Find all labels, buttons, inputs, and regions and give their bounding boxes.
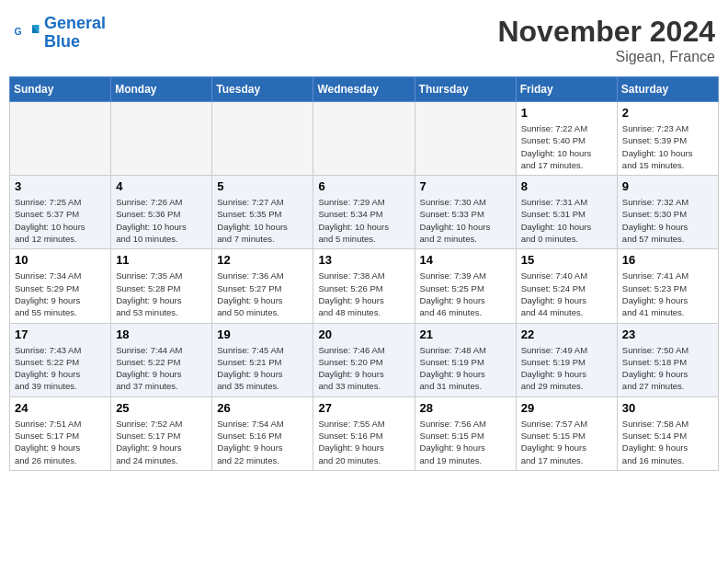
day-number: 17 — [15, 327, 106, 341]
day-info: Sunrise: 7:35 AM Sunset: 5:28 PM Dayligh… — [116, 270, 207, 318]
day-info: Sunrise: 7:58 AM Sunset: 5:14 PM Dayligh… — [622, 418, 713, 466]
day-info: Sunrise: 7:44 AM Sunset: 5:22 PM Dayligh… — [116, 344, 207, 393]
month-title: November 2024 — [497, 15, 715, 49]
calendar-day-cell: 15Sunrise: 7:40 AM Sunset: 5:24 PM Dayli… — [516, 249, 617, 323]
day-number: 12 — [217, 253, 308, 267]
day-number: 29 — [521, 401, 612, 415]
day-number: 18 — [116, 327, 207, 341]
calendar-day-cell: 28Sunrise: 7:56 AM Sunset: 5:15 PM Dayli… — [415, 396, 516, 470]
calendar-day-cell: 17Sunrise: 7:43 AM Sunset: 5:22 PM Dayli… — [10, 323, 111, 396]
day-number: 15 — [521, 253, 612, 267]
calendar-week-row: 3Sunrise: 7:25 AM Sunset: 5:37 PM Daylig… — [10, 176, 719, 249]
calendar-day-cell: 3Sunrise: 7:25 AM Sunset: 5:37 PM Daylig… — [10, 176, 111, 249]
calendar-day-cell: 29Sunrise: 7:57 AM Sunset: 5:15 PM Dayli… — [516, 396, 617, 470]
calendar-day-cell: 4Sunrise: 7:26 AM Sunset: 5:36 PM Daylig… — [111, 176, 212, 249]
calendar-table: SundayMondayTuesdayWednesdayThursdayFrid… — [9, 76, 719, 471]
day-info: Sunrise: 7:55 AM Sunset: 5:16 PM Dayligh… — [318, 418, 409, 466]
day-number: 28 — [420, 401, 511, 415]
calendar-day-cell: 20Sunrise: 7:46 AM Sunset: 5:20 PM Dayli… — [313, 323, 415, 396]
weekday-header: Friday — [516, 77, 617, 102]
day-info: Sunrise: 7:32 AM Sunset: 5:30 PM Dayligh… — [622, 196, 713, 245]
day-number: 26 — [217, 401, 308, 415]
calendar-day-cell — [212, 102, 313, 176]
calendar-day-cell: 22Sunrise: 7:49 AM Sunset: 5:19 PM Dayli… — [516, 323, 617, 396]
day-number: 30 — [622, 401, 713, 415]
day-number: 7 — [420, 179, 511, 193]
calendar-week-row: 17Sunrise: 7:43 AM Sunset: 5:22 PM Dayli… — [10, 323, 719, 396]
calendar-day-cell: 23Sunrise: 7:50 AM Sunset: 5:18 PM Dayli… — [617, 323, 718, 396]
calendar-day-cell — [313, 102, 415, 176]
calendar-day-cell: 1Sunrise: 7:22 AM Sunset: 5:40 PM Daylig… — [516, 102, 617, 176]
logo-icon: G — [13, 19, 40, 47]
day-info: Sunrise: 7:36 AM Sunset: 5:27 PM Dayligh… — [217, 270, 308, 318]
day-number: 22 — [521, 327, 612, 341]
day-info: Sunrise: 7:31 AM Sunset: 5:31 PM Dayligh… — [521, 196, 612, 245]
day-number: 5 — [217, 179, 308, 193]
calendar-day-cell — [415, 102, 516, 176]
day-info: Sunrise: 7:50 AM Sunset: 5:18 PM Dayligh… — [622, 344, 713, 393]
calendar-day-cell: 8Sunrise: 7:31 AM Sunset: 5:31 PM Daylig… — [516, 176, 617, 249]
day-info: Sunrise: 7:38 AM Sunset: 5:26 PM Dayligh… — [318, 270, 409, 318]
calendar-day-cell: 18Sunrise: 7:44 AM Sunset: 5:22 PM Dayli… — [111, 323, 212, 396]
calendar-day-cell: 27Sunrise: 7:55 AM Sunset: 5:16 PM Dayli… — [313, 396, 415, 470]
day-number: 9 — [622, 179, 713, 193]
day-number: 10 — [15, 253, 106, 267]
calendar-day-cell: 9Sunrise: 7:32 AM Sunset: 5:30 PM Daylig… — [617, 176, 718, 249]
day-info: Sunrise: 7:29 AM Sunset: 5:34 PM Dayligh… — [318, 196, 409, 245]
day-info: Sunrise: 7:23 AM Sunset: 5:39 PM Dayligh… — [622, 122, 713, 171]
calendar-day-cell: 25Sunrise: 7:52 AM Sunset: 5:17 PM Dayli… — [111, 396, 212, 470]
day-info: Sunrise: 7:39 AM Sunset: 5:25 PM Dayligh… — [420, 270, 511, 318]
weekday-header: Tuesday — [212, 77, 313, 102]
calendar-day-cell: 10Sunrise: 7:34 AM Sunset: 5:29 PM Dayli… — [10, 249, 111, 323]
calendar-day-cell: 16Sunrise: 7:41 AM Sunset: 5:23 PM Dayli… — [617, 249, 718, 323]
day-number: 27 — [318, 401, 409, 415]
day-number: 14 — [420, 253, 511, 267]
day-info: Sunrise: 7:45 AM Sunset: 5:21 PM Dayligh… — [217, 344, 308, 393]
calendar-day-cell: 6Sunrise: 7:29 AM Sunset: 5:34 PM Daylig… — [313, 176, 415, 249]
header: G General Blue November 2024 Sigean, Fra… — [9, 9, 719, 71]
day-number: 25 — [116, 401, 207, 415]
weekday-header: Sunday — [10, 77, 111, 102]
calendar-week-row: 10Sunrise: 7:34 AM Sunset: 5:29 PM Dayli… — [10, 249, 719, 323]
day-number: 3 — [15, 179, 106, 193]
day-number: 11 — [116, 253, 207, 267]
weekday-header: Wednesday — [313, 77, 415, 102]
calendar-day-cell: 19Sunrise: 7:45 AM Sunset: 5:21 PM Dayli… — [212, 323, 313, 396]
logo-text-general: General — [44, 15, 106, 33]
weekday-header: Monday — [111, 77, 212, 102]
day-number: 20 — [318, 327, 409, 341]
day-number: 6 — [318, 179, 409, 193]
day-number: 24 — [15, 401, 106, 415]
day-info: Sunrise: 7:30 AM Sunset: 5:33 PM Dayligh… — [420, 196, 511, 245]
day-info: Sunrise: 7:49 AM Sunset: 5:19 PM Dayligh… — [521, 344, 612, 393]
day-number: 4 — [116, 179, 207, 193]
calendar-day-cell — [111, 102, 212, 176]
day-info: Sunrise: 7:34 AM Sunset: 5:29 PM Dayligh… — [15, 270, 106, 318]
day-info: Sunrise: 7:43 AM Sunset: 5:22 PM Dayligh… — [15, 344, 106, 393]
day-info: Sunrise: 7:51 AM Sunset: 5:17 PM Dayligh… — [15, 418, 106, 466]
svg-text:G: G — [15, 25, 22, 36]
calendar-day-cell: 12Sunrise: 7:36 AM Sunset: 5:27 PM Dayli… — [212, 249, 313, 323]
location-title: Sigean, France — [497, 49, 715, 65]
day-info: Sunrise: 7:25 AM Sunset: 5:37 PM Dayligh… — [15, 196, 106, 245]
title-area: November 2024 Sigean, France — [497, 15, 715, 65]
day-info: Sunrise: 7:54 AM Sunset: 5:16 PM Dayligh… — [217, 418, 308, 466]
weekday-header: Saturday — [617, 77, 718, 102]
day-number: 8 — [521, 179, 612, 193]
day-number: 19 — [217, 327, 308, 341]
calendar-day-cell — [10, 102, 111, 176]
calendar-day-cell: 26Sunrise: 7:54 AM Sunset: 5:16 PM Dayli… — [212, 396, 313, 470]
calendar-day-cell: 7Sunrise: 7:30 AM Sunset: 5:33 PM Daylig… — [415, 176, 516, 249]
day-number: 21 — [420, 327, 511, 341]
day-number: 13 — [318, 253, 409, 267]
day-number: 2 — [622, 106, 713, 120]
day-info: Sunrise: 7:22 AM Sunset: 5:40 PM Dayligh… — [521, 122, 612, 171]
calendar-day-cell: 11Sunrise: 7:35 AM Sunset: 5:28 PM Dayli… — [111, 249, 212, 323]
calendar-week-row: 1Sunrise: 7:22 AM Sunset: 5:40 PM Daylig… — [10, 102, 719, 176]
logo: G General Blue — [13, 15, 106, 52]
weekday-header: Thursday — [415, 77, 516, 102]
calendar-header-row: SundayMondayTuesdayWednesdayThursdayFrid… — [10, 77, 719, 102]
day-info: Sunrise: 7:56 AM Sunset: 5:15 PM Dayligh… — [420, 418, 511, 466]
day-info: Sunrise: 7:41 AM Sunset: 5:23 PM Dayligh… — [622, 270, 713, 318]
calendar-day-cell: 30Sunrise: 7:58 AM Sunset: 5:14 PM Dayli… — [617, 396, 718, 470]
